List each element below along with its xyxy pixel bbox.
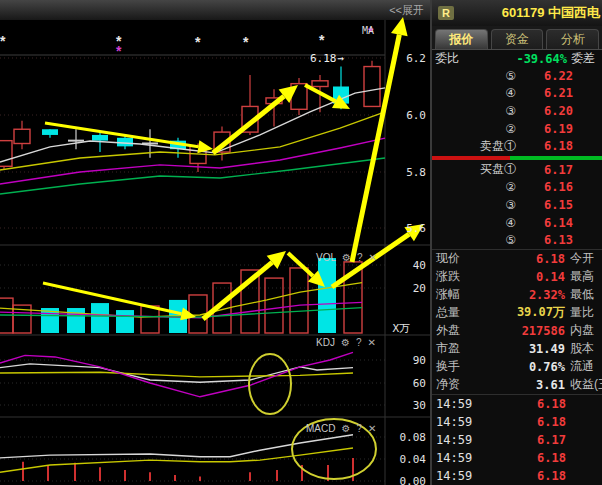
quote-info-row: 现价6.18今开 (432, 250, 602, 268)
order-book-row[interactable]: ④6.14 (432, 214, 602, 232)
order-level-label: 买盘① (432, 161, 516, 178)
tab-资金[interactable]: 资金 (491, 29, 544, 49)
quote-panel: R 601179 中国西电 报价资金分析 委比 -39.64% 委差 ⑤6.22… (430, 0, 602, 485)
tick-time: 14:59 (436, 433, 498, 447)
help-icon[interactable]: ? (356, 424, 362, 434)
order-level-price: 6.13 (516, 233, 602, 247)
order-level-label: ③ (432, 104, 516, 118)
indicator-header-vol: VOL⚙?✕ (316, 252, 377, 263)
help-icon[interactable]: ? (357, 253, 363, 263)
tick-row: 14:596.18 (432, 395, 602, 413)
info-value: 0.14 (476, 270, 570, 284)
gear-icon[interactable]: ⚙ (342, 253, 351, 263)
order-book-row[interactable]: ⑤6.13 (432, 231, 602, 249)
kdj-line (0, 372, 353, 377)
info-label: 现价 (436, 250, 476, 267)
order-level-price: 6.20 (516, 104, 602, 118)
order-book-row[interactable]: ⑤6.22 (432, 67, 602, 85)
indicator-name: VOL (316, 252, 336, 263)
order-book-row[interactable]: ④6.21 (432, 85, 602, 103)
close-icon[interactable]: ✕ (367, 338, 375, 348)
gear-icon[interactable]: ⚙ (341, 338, 350, 348)
volume-bar (91, 303, 109, 333)
volume-bar (67, 308, 85, 333)
close-icon[interactable]: ✕ (369, 253, 377, 263)
up-candle (14, 129, 30, 143)
info-label-2: 股本 (570, 340, 602, 357)
tick-row: 14:596.18 (432, 413, 602, 431)
quote-info-row: 涨幅2.32%最低 (432, 286, 602, 304)
down-candle (117, 138, 133, 147)
info-value: 3.61 (476, 378, 570, 392)
info-label-2: 流通 (570, 358, 602, 375)
info-label-2: 今开 (570, 250, 602, 267)
volume-bar (318, 258, 336, 333)
tick-price: 6.18 (498, 397, 566, 411)
info-label-2: 最低 (570, 286, 602, 303)
quote-info-row: 换手0.76%流通 (432, 358, 602, 376)
down-candle (92, 135, 108, 141)
up-candle (312, 81, 328, 87)
tick-row: 14:596.18 (432, 449, 602, 467)
order-level-price: 6.16 (516, 180, 602, 194)
tick-time: 14:59 (436, 451, 498, 465)
quote-info-section: 现价6.18今开涨跌0.14最高涨幅2.32%最低总量39.07万量比外盘217… (432, 249, 602, 394)
order-level-label: ② (432, 180, 516, 194)
help-icon[interactable]: ? (356, 338, 362, 348)
quote-header: R 601179 中国西电 (432, 0, 602, 26)
info-value: 39.07万 (476, 304, 570, 321)
order-book-row[interactable]: ②6.19 (432, 120, 602, 138)
macd-line (0, 435, 353, 458)
info-label: 外盘 (436, 322, 476, 339)
buy-strength-bar (510, 156, 602, 160)
info-label-2: 收益(三 (570, 376, 602, 393)
tick-row: 14:596.17 (432, 431, 602, 449)
order-book-row[interactable]: ②6.16 (432, 179, 602, 197)
down-candle (42, 129, 58, 135)
stock-trading-app: <<展开 6.26.05.85.64020X万9060300.080.040.0… (0, 0, 602, 485)
order-book-row[interactable]: ③6.20 (432, 102, 602, 120)
indicator-name: KDJ (316, 337, 335, 348)
trend-arrow-head (391, 17, 408, 36)
order-level-label: ② (432, 122, 516, 136)
margin-tradable-badge: R (438, 6, 454, 20)
trend-arrow (288, 253, 313, 276)
order-book-row[interactable]: 买盘①6.17 (432, 161, 602, 179)
volume-bar (265, 278, 283, 333)
tick-price: 6.18 (498, 451, 566, 465)
buy-order-book: 买盘①6.17②6.16③6.15④6.14⑤6.13 (432, 161, 602, 249)
volume-bar (141, 306, 159, 333)
tick-time: 14:59 (436, 397, 498, 411)
weicha-label: 委差 (571, 50, 599, 67)
sell-strength-bar (432, 156, 510, 160)
tab-分析[interactable]: 分析 (546, 29, 599, 49)
info-value: 6.18 (476, 252, 570, 266)
info-label: 涨幅 (436, 286, 476, 303)
indicator-header-kdj: KDJ⚙?✕ (316, 337, 376, 348)
order-level-price: 6.18 (516, 139, 602, 153)
info-value: 217586 (476, 324, 570, 338)
tab-报价[interactable]: 报价 (435, 29, 488, 49)
close-icon[interactable]: ✕ (368, 424, 376, 434)
sell-order-book: ⑤6.22④6.21③6.20②6.19卖盘①6.18 (432, 67, 602, 155)
tick-time: 14:59 (436, 415, 498, 429)
order-level-price: 6.21 (516, 86, 602, 100)
kdj-line (0, 352, 353, 396)
order-book-row[interactable]: 卖盘①6.18 (432, 137, 602, 155)
tick-price: 6.18 (498, 415, 566, 429)
quote-info-row: 市盈31.49股本 (432, 340, 602, 358)
volume-bar (116, 310, 134, 333)
weibi-label: 委比 (435, 50, 459, 67)
quote-tabs: 报价资金分析 (432, 26, 602, 50)
order-level-label: ③ (432, 198, 516, 212)
gear-icon[interactable]: ⚙ (341, 424, 350, 434)
stock-title: 601179 中国西电 (458, 4, 600, 22)
info-label-2: 内盘 (570, 322, 602, 339)
info-label: 总量 (436, 304, 476, 321)
tick-time: 14:59 (436, 469, 498, 483)
indicator-name: MACD (306, 423, 335, 434)
up-candle (364, 67, 380, 107)
weibi-row: 委比 -39.64% 委差 (432, 50, 602, 67)
info-label-2: 最高 (570, 268, 602, 285)
order-book-row[interactable]: ③6.15 (432, 196, 602, 214)
